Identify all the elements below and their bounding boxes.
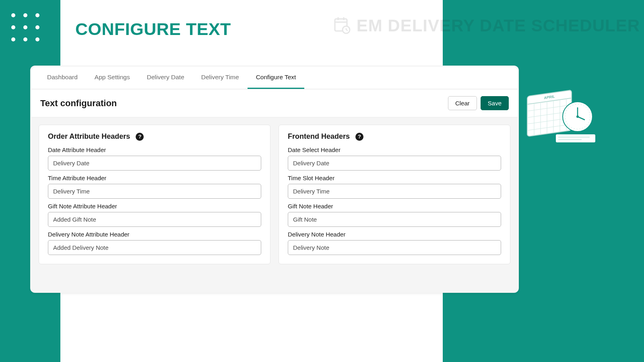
tab-app-settings[interactable]: App Settings	[86, 67, 138, 89]
field-label: Delivery Note Header	[288, 231, 501, 238]
page-title: CONFIGURE TEXT	[75, 19, 231, 39]
brand-text: EM DELIVERY DATE SCHEDULER	[357, 16, 640, 35]
save-button[interactable]: Save	[481, 96, 509, 110]
card-title-row: Frontend Headers ?	[288, 132, 501, 141]
help-icon[interactable]: ?	[355, 133, 363, 141]
field-label: Gift Note Attribute Header	[48, 203, 261, 210]
delivery-note-header-input[interactable]	[288, 240, 501, 255]
cards-row: Order Attribute Headers ? Date Attribute…	[31, 117, 518, 272]
delivery-note-attribute-header-input[interactable]	[48, 240, 261, 255]
date-attribute-header-input[interactable]	[48, 156, 261, 171]
field-label: Date Attribute Header	[48, 146, 261, 153]
field-label: Delivery Note Attribute Header	[48, 231, 261, 238]
svg-rect-25	[555, 134, 596, 143]
date-select-header-input[interactable]	[288, 156, 501, 171]
card-title: Order Attribute Headers	[48, 132, 130, 141]
field-label: Time Attribute Header	[48, 175, 261, 181]
field-label: Time Slot Header	[288, 175, 501, 181]
svg-point-24	[576, 115, 579, 118]
tab-delivery-date[interactable]: Delivery Date	[138, 67, 193, 89]
gift-note-header-input[interactable]	[288, 212, 501, 227]
decoration-dots-top-left	[11, 13, 39, 41]
tab-dashboard[interactable]: Dashboard	[39, 67, 86, 89]
field-label: Date Select Header	[288, 146, 501, 153]
main-panel: Dashboard App Settings Delivery Date Del…	[30, 66, 519, 293]
calendar-clock-illustration: APRIL	[525, 82, 598, 145]
gift-note-attribute-header-input[interactable]	[48, 212, 261, 227]
frontend-headers-card: Frontend Headers ? Date Select Header Ti…	[279, 125, 510, 264]
tab-delivery-time[interactable]: Delivery Time	[193, 67, 248, 89]
card-title: Frontend Headers	[288, 132, 350, 141]
tab-bar: Dashboard App Settings Delivery Date Del…	[31, 67, 518, 89]
decoration-dots-bottom-right	[572, 321, 600, 349]
time-attribute-header-input[interactable]	[48, 184, 261, 199]
tab-configure-text[interactable]: Configure Text	[248, 67, 305, 89]
calendar-clock-icon	[332, 15, 352, 36]
section-header: Text configuration Clear Save	[31, 89, 518, 117]
section-title: Text configuration	[40, 98, 117, 109]
time-slot-header-input[interactable]	[288, 184, 501, 199]
clear-button[interactable]: Clear	[448, 96, 477, 110]
field-label: Gift Note Header	[288, 203, 501, 210]
card-title-row: Order Attribute Headers ?	[48, 132, 261, 141]
order-attribute-headers-card: Order Attribute Headers ? Date Attribute…	[39, 125, 270, 264]
help-icon[interactable]: ?	[136, 133, 144, 141]
action-buttons: Clear Save	[448, 96, 509, 110]
brand-row: EM DELIVERY DATE SCHEDULER	[332, 15, 640, 36]
